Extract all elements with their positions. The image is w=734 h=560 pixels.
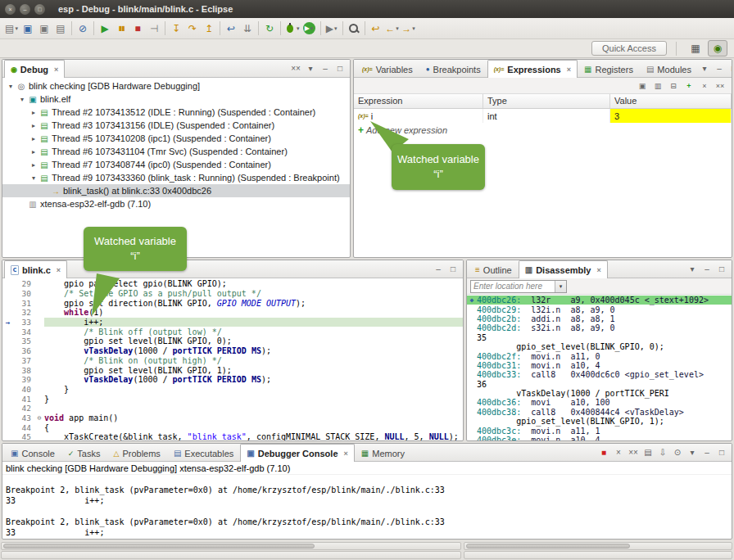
console-menu-icon[interactable]: ▾ (686, 446, 699, 459)
view-tab-expressions[interactable]: (x)=Expressions× (487, 60, 578, 78)
minimize-button[interactable]: – (20, 4, 30, 15)
expression-value-cell[interactable]: 3 (610, 109, 732, 123)
close-button[interactable]: × (5, 4, 16, 15)
tree-collapsed-icon[interactable]: ▸ (29, 135, 39, 142)
view-menu-icon[interactable]: ▾ (686, 263, 699, 276)
view-tab-registers[interactable]: ▦Registers (578, 61, 640, 77)
open-perspective-button[interactable]: ▦ (686, 40, 705, 56)
drop-to-frame-icon[interactable]: ↩ (224, 21, 238, 36)
view-tab-modules[interactable]: ▤Modules (640, 61, 698, 77)
view-menu-icon[interactable]: ▾ (304, 62, 317, 75)
console-output[interactable]: Breakpoint 2, blink_task (pvParameter=0x… (2, 475, 732, 539)
editor-line[interactable]: 35 gpio_set_level(BLINK_GPIO, 0); (2, 336, 463, 346)
debug-tree-item[interactable]: ▸▤Thread #5 1073410208 (ipc1) (Suspended… (2, 132, 350, 145)
back-icon[interactable]: ←▾ (385, 21, 400, 36)
quick-access-button[interactable]: Quick Access (591, 41, 667, 56)
editor-line[interactable]: 36 vTaskDelay(1000 / portTICK_PERIOD_MS)… (2, 346, 463, 356)
minimize-icon[interactable]: – (432, 263, 445, 276)
editor-line[interactable]: 44{ (2, 422, 463, 432)
instruction-stepping-icon[interactable]: ⇊ (240, 21, 255, 36)
skip-all-breakpoints-icon[interactable]: ⊘ (75, 21, 90, 36)
step-over-icon[interactable]: ↷ (185, 21, 200, 36)
disassembly-line[interactable]: gpio_set_level(BLINK_GPIO, 1); (467, 417, 732, 426)
tree-expanded-icon[interactable]: ▾ (29, 174, 39, 182)
maximize-icon[interactable]: □ (333, 62, 347, 75)
search-icon[interactable] (347, 21, 361, 36)
tree-expanded-icon[interactable]: ▾ (17, 96, 27, 103)
column-header-value[interactable]: Value (610, 94, 732, 108)
remove-expression-icon[interactable]: × (698, 79, 711, 93)
tree-collapsed-icon[interactable]: ▸ (29, 109, 39, 116)
location-input[interactable]: Enter location here (471, 282, 555, 291)
editor-tab-blink-c[interactable]: cblink.c× (4, 260, 67, 278)
debug-tab-debug[interactable]: ◉Debug× (4, 60, 65, 78)
show-type-names-icon[interactable]: ▣ (636, 79, 649, 93)
scrollbar-thumb[interactable] (466, 544, 630, 549)
minimize-icon[interactable]: – (700, 446, 714, 459)
last-edit-location-icon[interactable]: ↩ (369, 21, 383, 36)
maximize-icon[interactable]: □ (715, 263, 728, 276)
editor-line[interactable]: 39 vTaskDelay(1000 / portTICK_PERIOD_MS)… (2, 375, 463, 385)
horizontal-scrollbar[interactable] (464, 542, 732, 550)
run-icon[interactable]: ▶▾ (303, 22, 315, 34)
disassembly-line[interactable]: 400dbc36: movi a10, 100 (467, 398, 732, 407)
debug-icon[interactable]: ▾ (284, 21, 300, 36)
debug-tree-item[interactable]: ▸▤Thread #2 1073413512 (IDLE : Running) … (2, 106, 350, 119)
editor-line[interactable]: 40 } (2, 385, 463, 395)
tree-expanded-icon[interactable]: ▾ (6, 83, 16, 90)
remove-launch-icon[interactable]: × (612, 446, 625, 459)
add-expression-icon[interactable]: + (682, 79, 695, 93)
debug-tree-item[interactable]: ▾◎blink checking [GDB Hardware Debugging… (2, 79, 350, 93)
disassembly-line[interactable]: 400dbc3c: movi.n a11, 1 (467, 426, 732, 435)
disassembly-line[interactable]: ◆400dbc26: l32r a9, 0x400d045c <_stext+1… (467, 296, 732, 305)
close-tab-icon[interactable]: × (344, 449, 348, 458)
editor-line[interactable]: 34 /* Blink off (output low) */ (2, 327, 463, 336)
view-tab-debugger-console[interactable]: ▣Debugger Console× (240, 444, 355, 462)
horizontal-scrollbar[interactable] (1, 542, 461, 550)
step-return-icon[interactable]: ↥ (202, 21, 216, 36)
combo-dropdown-icon[interactable] (555, 281, 566, 292)
save-icon[interactable]: ▣ (20, 21, 35, 36)
debug-tree-item[interactable]: ▸▤Thread #7 1073408744 (ipc0) (Suspended… (2, 158, 350, 171)
editor-line[interactable]: 45 xTaskCreate(&blink_task, "blink_task"… (2, 432, 463, 440)
editor-line[interactable]: 37 /* Blink on (output high) */ (2, 356, 463, 366)
suspend-icon[interactable]: ▮▮ (114, 21, 129, 36)
disconnect-icon[interactable]: ⊣ (147, 21, 161, 36)
view-tab-tasks[interactable]: ✓Tasks (61, 445, 107, 461)
step-into-icon[interactable]: ↧ (169, 21, 184, 36)
editor-line[interactable]: 30 /* Set the GPIO as a push/pull output… (2, 289, 463, 299)
resume-icon[interactable]: ▶ (97, 21, 112, 36)
remove-all-terminated-icon[interactable]: ×× (289, 62, 302, 75)
show-logical-structure-icon[interactable]: ▥ (651, 79, 664, 93)
editor-line[interactable]: 43⊖void app_main() (2, 413, 463, 423)
disassembly-line[interactable]: 35 (467, 333, 732, 342)
minimize-icon[interactable]: – (700, 263, 714, 276)
editor-line[interactable]: 41} (2, 394, 463, 404)
debug-tree-item[interactable]: →blink_task() at blink.c:33 0x400dbc26 (2, 184, 350, 197)
view-tab-disassembly[interactable]: ▥Disassembly× (519, 260, 608, 278)
editor-line[interactable]: 38 gpio_set_level(BLINK_GPIO, 1); (2, 365, 463, 375)
tree-collapsed-icon[interactable]: ▸ (29, 161, 39, 169)
view-tab-executables[interactable]: ▤Executables (167, 445, 240, 461)
editor-line[interactable]: 32 while(1) (2, 308, 463, 318)
disassembly-line[interactable]: 400dbc2d: s32i.n a8, a9, 0 (467, 323, 732, 332)
view-tab-console[interactable]: ▣Console (4, 445, 61, 461)
scrollbar-thumb[interactable] (3, 544, 315, 549)
disassembly-line[interactable]: 400dbc38: call8 0x400844c4 <vTaskDelay> (467, 408, 732, 417)
scroll-lock-icon[interactable]: ⇩ (656, 446, 669, 459)
remove-all-launches-icon[interactable]: ×× (627, 446, 640, 459)
collapse-all-icon[interactable]: ⊟ (667, 79, 680, 93)
view-tab-memory[interactable]: ▦Memory (355, 445, 411, 461)
maximize-icon[interactable]: □ (446, 263, 460, 276)
disassembly-line[interactable]: gpio_set_level(BLINK_GPIO, 0); (467, 342, 732, 351)
close-tab-icon[interactable]: × (57, 266, 61, 274)
disassembly-line[interactable]: 400dbc2f: movi.n a11, 0 (467, 351, 732, 360)
disassembly-line[interactable]: 400dbc33: call8 0x400dc6c0 <gpio_set_lev… (467, 370, 732, 379)
view-tab-problems[interactable]: △Problems (106, 445, 166, 461)
editor-line[interactable]: 31 gpio_set_direction(BLINK_GPIO, GPIO_M… (2, 298, 463, 308)
new-wizard-icon[interactable]: ▤▾ (4, 21, 19, 36)
minimize-icon[interactable]: – (319, 62, 332, 75)
debug-tree-item[interactable]: ▥xtensa-esp32-elf-gdb (7.10) (2, 197, 350, 210)
tree-collapsed-icon[interactable]: ▸ (29, 122, 39, 129)
save-all-icon[interactable]: ▣ (37, 21, 52, 36)
